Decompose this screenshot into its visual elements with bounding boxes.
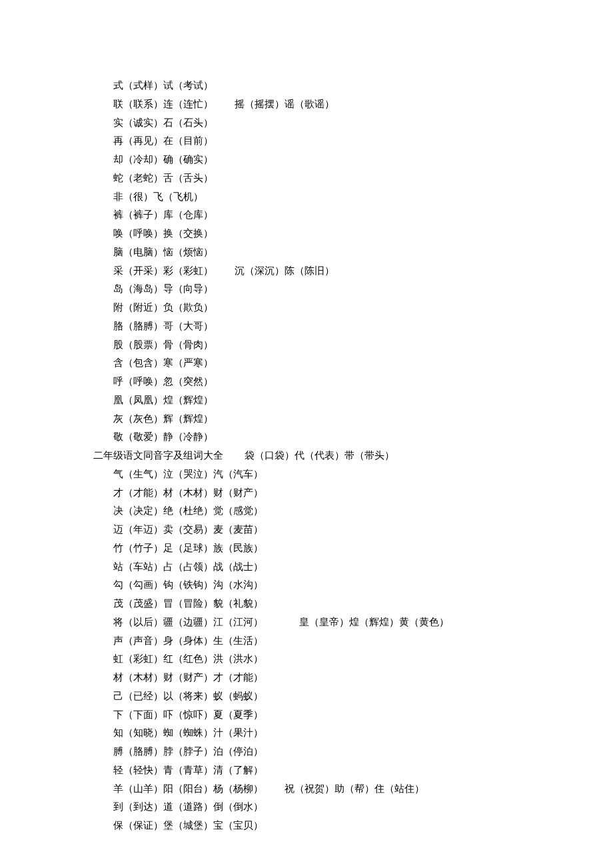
- text-segment: 裤（裤子）库（仓库）: [113, 209, 213, 220]
- text-line: 决（决定）绝（杜绝）觉（感觉）: [93, 502, 573, 521]
- text-segment: 却（冷却）确（确实）: [113, 154, 213, 165]
- text-segment: 沉（深沉）陈（陈旧）: [235, 265, 334, 276]
- text-segment: 唤（呼唤）换（交换）: [113, 228, 213, 239]
- text-segment: 凰（凤凰）煌（辉煌）: [113, 395, 213, 405]
- text-segment: 声（声音）身（身体）生（生活）: [113, 635, 263, 646]
- text-segment: 竹（竹子）足（足球）族（民族）: [113, 543, 263, 553]
- text-line: 蛇（老蛇）舌（舌头）: [93, 169, 573, 188]
- text-segment: 知（知晓）蜘（蜘蛛）汁（果汁）: [113, 727, 263, 738]
- text-segment: 敬（敬爱）静（冷静）: [113, 431, 213, 442]
- text-segment: 轻（轻快）青（青草）清（了解）: [113, 765, 263, 775]
- text-segment: 非（很）飞（飞机）: [113, 191, 203, 202]
- text-segment: 脑（电脑）恼（烦恼）: [113, 247, 213, 257]
- text-segment: 联（联系）连（连忙）: [113, 99, 213, 109]
- text-segment: 将（以后）疆（边疆）江（江河）: [113, 617, 263, 627]
- text-line: 再（再见）在（目前）: [93, 132, 573, 151]
- text-line: 胳（胳膊）哥（大哥）: [93, 317, 573, 336]
- text-segment: 到（到达）道（道路）倒（倒水）: [113, 801, 263, 812]
- text-segment: 灰（灰色）辉（辉煌）: [113, 413, 213, 424]
- text-line: 材（木材）财（财产）才（才能）: [93, 669, 573, 687]
- text-segment: 皇（皇帝）煌（辉煌）黄（黄色）: [299, 617, 449, 627]
- text-line: 知（知晓）蜘（蜘蛛）汁（果汁）: [93, 724, 573, 743]
- text-line: 敬（敬爱）静（冷静）: [93, 428, 573, 447]
- text-line: 将（以后）疆（边疆）江（江河）皇（皇帝）煌（辉煌）黄（黄色）: [93, 613, 573, 632]
- text-line: 下（下面）吓（惊吓）夏（夏季）: [93, 706, 573, 725]
- text-segment: 再（再见）在（目前）: [113, 135, 213, 146]
- text-segment: 决（决定）绝（杜绝）觉（感觉）: [113, 505, 263, 516]
- text-line: 却（冷却）确（确实）: [93, 151, 573, 169]
- text-segment: 迈（年迈）卖（交易）麦（麦苗）: [113, 524, 263, 535]
- text-segment: 附（附近）负（欺负）: [113, 302, 213, 313]
- text-line: 才（才能）材（木材）财（财产）: [93, 484, 573, 503]
- text-line: 迈（年迈）卖（交易）麦（麦苗）: [93, 521, 573, 539]
- text-line: 虹（彩虹）红（红色）洪（洪水）: [93, 650, 573, 669]
- text-segment: 勾（勾画）钩（铁钩）沟（水沟）: [113, 579, 263, 590]
- text-segment: 祝（祝贺）助（帮）住（站住）: [285, 783, 424, 794]
- text-line: 呼（呼唤）忽（突然）: [93, 373, 573, 391]
- text-line: 岛（海岛）导（向导）: [93, 280, 573, 299]
- text-segment: 采（开采）彩（彩虹）: [113, 265, 213, 276]
- text-line: 实（诚实）石（石头）: [93, 114, 573, 133]
- text-line: 凰（凤凰）煌（辉煌）: [93, 391, 573, 410]
- text-segment: 二年级语文同音字及组词大全: [93, 450, 223, 461]
- text-segment: 袋（口袋）代（代表）带（带头）: [245, 450, 394, 461]
- text-line: 己（已经）以（将来）蚁（蚂蚁）: [93, 687, 573, 706]
- text-line: 茂（茂盛）冒（冒险）貌（礼貌）: [93, 595, 573, 613]
- text-segment: 虹（彩虹）红（红色）洪（洪水）: [113, 653, 263, 664]
- text-segment: 实（诚实）石（石头）: [113, 117, 213, 128]
- text-line: 站（车站）占（占领）战（战士）: [93, 558, 573, 577]
- text-line: 声（声音）身（身体）生（生活）: [93, 632, 573, 651]
- text-line: 脑（电脑）恼（烦恼）: [93, 243, 573, 262]
- text-segment: 材（木材）财（财产）才（才能）: [113, 672, 263, 683]
- text-line: 采（开采）彩（彩虹）沉（深沉）陈（陈旧）: [93, 262, 573, 281]
- text-line: 联（联系）连（连忙）摇（摇摆）谣（歌谣）: [93, 95, 573, 114]
- text-line: 灰（灰色）辉（辉煌）: [93, 410, 573, 429]
- text-line: 式（式样）试（考试）: [93, 77, 573, 95]
- text-line: 羊（山羊）阳（阳台）杨（杨柳）祝（祝贺）助（帮）住（站住）: [93, 780, 573, 799]
- text-segment: 呼（呼唤）忽（突然）: [113, 376, 213, 387]
- text-line: 气（生气）泣（哭泣）汽（汽车）: [93, 465, 573, 484]
- text-segment: 己（已经）以（将来）蚁（蚂蚁）: [113, 691, 263, 701]
- text-segment: 保（保证）堡（城堡）宝（宝贝）: [113, 820, 263, 831]
- text-line: 到（到达）道（道路）倒（倒水）: [93, 798, 573, 817]
- text-segment: 羊（山羊）阳（阳台）杨（杨柳）: [113, 783, 263, 794]
- text-segment: 才（才能）材（木材）财（财产）: [113, 487, 263, 498]
- text-segment: 站（车站）占（占领）战（战士）: [113, 561, 263, 572]
- text-line: 股（股票）骨（骨肉）: [93, 336, 573, 355]
- text-line: 裤（裤子）库（仓库）: [93, 206, 573, 225]
- text-line: 附（附近）负（欺负）: [93, 299, 573, 317]
- text-segment: 股（股票）骨（骨肉）: [113, 339, 213, 350]
- text-segment: 茂（茂盛）冒（冒险）貌（礼貌）: [113, 598, 263, 609]
- text-line: 唤（呼唤）换（交换）: [93, 225, 573, 243]
- text-segment: 摇（摇摆）谣（歌谣）: [235, 99, 334, 109]
- text-segment: 岛（海岛）导（向导）: [113, 283, 213, 294]
- text-line: 膊（胳膊）脖（脖子）泊（停泊）: [93, 743, 573, 761]
- text-segment: 式（式样）试（考试）: [113, 80, 213, 91]
- document-page: 式（式样）试（考试）联（联系）连（连忙）摇（摇摆）谣（歌谣）实（诚实）石（石头）…: [0, 0, 613, 868]
- text-segment: 含（包含）寒（严寒）: [113, 357, 213, 368]
- text-line: 竹（竹子）足（足球）族（民族）: [93, 539, 573, 558]
- text-segment: 气（生气）泣（哭泣）汽（汽车）: [113, 469, 263, 479]
- text-line: 勾（勾画）钩（铁钩）沟（水沟）: [93, 576, 573, 595]
- text-line: 含（包含）寒（严寒）: [93, 354, 573, 373]
- text-line: 二年级语文同音字及组词大全袋（口袋）代（代表）带（带头）: [93, 447, 573, 465]
- text-line: 保（保证）堡（城堡）宝（宝贝）: [93, 817, 573, 835]
- text-segment: 胳（胳膊）哥（大哥）: [113, 321, 213, 331]
- text-segment: 蛇（老蛇）舌（舌头）: [113, 173, 213, 183]
- text-line: 轻（轻快）青（青草）清（了解）: [93, 761, 573, 780]
- text-segment: 下（下面）吓（惊吓）夏（夏季）: [113, 709, 263, 720]
- text-segment: 膊（胳膊）脖（脖子）泊（停泊）: [113, 746, 263, 757]
- text-line: 非（很）飞（飞机）: [93, 188, 573, 207]
